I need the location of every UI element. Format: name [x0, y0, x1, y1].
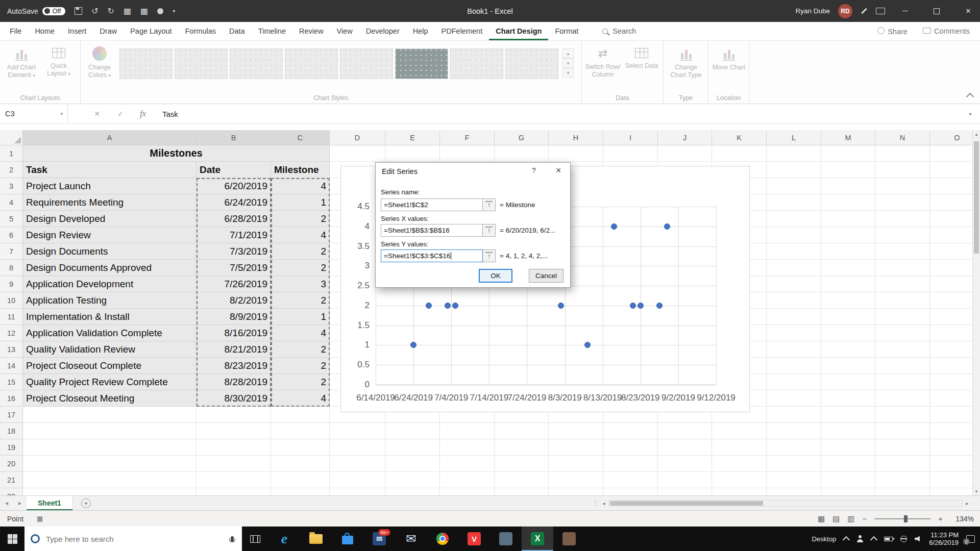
collapse-dialog-icon[interactable]: ↑ [483, 224, 496, 237]
cell-L3[interactable] [767, 178, 821, 194]
cell-C10[interactable]: 2 [271, 292, 330, 309]
cell-C13[interactable]: 2 [271, 341, 330, 358]
cell-L5[interactable] [767, 211, 821, 227]
cell-F1[interactable] [440, 145, 495, 162]
col-header-I[interactable]: I [603, 130, 658, 145]
cell-N6[interactable] [875, 227, 930, 243]
cell-A10[interactable]: Application Testing [23, 292, 197, 309]
cell-I20[interactable] [603, 456, 658, 472]
cell-N14[interactable] [875, 358, 930, 374]
cell-M15[interactable] [821, 374, 875, 390]
close-button[interactable]: ✕ [957, 0, 980, 22]
battery-icon[interactable] [884, 537, 893, 541]
data-point[interactable] [611, 223, 617, 230]
collapse-dialog-icon[interactable]: ↑ [483, 249, 496, 262]
cell-L10[interactable] [767, 292, 821, 309]
cell-K21[interactable] [712, 472, 767, 488]
cell-J19[interactable] [658, 439, 712, 456]
customize-qat-button[interactable]: ▾ [173, 8, 175, 14]
cell-N2[interactable] [875, 162, 930, 178]
tab-review[interactable]: Review [292, 22, 330, 40]
record-macro-button[interactable] [157, 8, 163, 14]
tab-draw[interactable]: Draw [93, 22, 124, 40]
cell-L20[interactable] [767, 456, 821, 472]
normal-view-icon[interactable]: ▦ [818, 514, 825, 523]
cell-N21[interactable] [875, 472, 930, 488]
cell-B14[interactable]: 8/23/2019 [197, 358, 271, 374]
cell-C7[interactable]: 2 [271, 243, 330, 260]
cell-M9[interactable] [821, 276, 875, 292]
mail-icon[interactable]: ✉ [395, 527, 427, 551]
row-header-3[interactable]: 3 [0, 178, 22, 194]
qat-table2-button[interactable]: ▦ [140, 6, 148, 16]
cell-M11[interactable] [821, 309, 875, 325]
cell-B21[interactable] [197, 472, 271, 488]
cell-L13[interactable] [767, 341, 821, 358]
cell-J22[interactable] [658, 488, 712, 495]
cell-N13[interactable] [875, 341, 930, 358]
data-point[interactable] [656, 303, 663, 309]
cell-M14[interactable] [821, 358, 875, 374]
chart-style-3[interactable] [230, 48, 283, 79]
cell-E18[interactable] [385, 423, 440, 439]
chart-style-1[interactable] [119, 48, 173, 79]
cell-N1[interactable] [875, 145, 930, 162]
tab-page-layout[interactable]: Page Layout [124, 22, 178, 40]
col-header-N[interactable]: N [875, 130, 930, 145]
cell-M5[interactable] [821, 211, 875, 227]
cell-H18[interactable] [549, 423, 603, 439]
cell-A18[interactable] [23, 423, 197, 439]
cell-C19[interactable] [271, 439, 330, 456]
cell-B16[interactable]: 8/30/2019 [197, 390, 271, 407]
cell-A8[interactable]: Design Documents Approved [23, 260, 197, 276]
col-header-J[interactable]: J [658, 130, 712, 145]
cell-H1[interactable] [549, 145, 603, 162]
cell-A19[interactable] [23, 439, 197, 456]
network-icon[interactable] [900, 536, 907, 542]
cell-A6[interactable]: Design Review [23, 227, 197, 243]
cell-L14[interactable] [767, 358, 821, 374]
cell-K22[interactable] [712, 488, 767, 495]
cell-F20[interactable] [440, 456, 495, 472]
cell-C6[interactable]: 4 [271, 227, 330, 243]
cell-I22[interactable] [603, 488, 658, 495]
cell-A15[interactable]: Quality Project Review Complete [23, 374, 197, 390]
cell-F19[interactable] [440, 439, 495, 456]
cell-C5[interactable]: 2 [271, 211, 330, 227]
series-x-values-input[interactable]: =Sheet1!$B$3:$B$16 [381, 224, 483, 237]
collapse-dialog-icon[interactable]: ↑ [483, 198, 496, 211]
cell-L2[interactable] [767, 162, 821, 178]
cell-C2[interactable]: Milestone [271, 162, 330, 178]
cell-M12[interactable] [821, 325, 875, 341]
series-name-input[interactable]: =Sheet1!$C$2 [381, 198, 483, 211]
cell-A3[interactable]: Project Launch [23, 178, 197, 194]
cell-M2[interactable] [821, 162, 875, 178]
cell-M16[interactable] [821, 390, 875, 407]
cell-L1[interactable] [767, 145, 821, 162]
cell-K19[interactable] [712, 439, 767, 456]
row-header-17[interactable]: 17 [0, 407, 22, 423]
col-header-B[interactable]: B [197, 130, 271, 145]
zoom-slider-thumb[interactable] [904, 515, 908, 522]
data-point[interactable] [558, 303, 564, 309]
row-header-7[interactable]: 7 [0, 243, 22, 260]
cell-C16[interactable]: 4 [271, 390, 330, 407]
cell-A5[interactable]: Design Developed [23, 211, 197, 227]
cell-M18[interactable] [821, 423, 875, 439]
cell-D18[interactable] [330, 423, 385, 439]
cell-A1[interactable]: Milestones [23, 145, 330, 162]
cell-B11[interactable]: 8/9/2019 [197, 309, 271, 325]
gallery-up-icon[interactable]: ▴ [562, 48, 574, 58]
col-header-H[interactable]: H [549, 130, 603, 145]
col-header-E[interactable]: E [385, 130, 440, 145]
cell-C14[interactable]: 2 [271, 358, 330, 374]
row-header-6[interactable]: 6 [0, 227, 22, 243]
cell-F21[interactable] [440, 472, 495, 488]
clock[interactable]: 11:23 PM 6/26/2019 [929, 531, 959, 546]
cell-L21[interactable] [767, 472, 821, 488]
cell-A2[interactable]: Task [23, 162, 197, 178]
cell-D19[interactable] [330, 439, 385, 456]
cell-A12[interactable]: Application Validation Complete [23, 325, 197, 341]
cell-G20[interactable] [495, 456, 549, 472]
tab-view[interactable]: View [330, 22, 359, 40]
